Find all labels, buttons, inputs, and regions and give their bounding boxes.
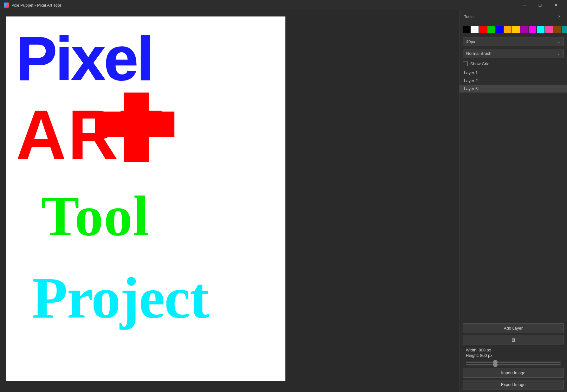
layer-item[interactable]: Layer 1 xyxy=(459,69,567,77)
size-dropdown[interactable]: 40px ⌄ xyxy=(463,37,564,46)
brush-dropdown-container: Normal Brush ⌄ xyxy=(459,48,567,59)
color-swatch-hot-pink[interactable] xyxy=(545,26,553,33)
canvas-area: Pixel ART Tool Project xyxy=(0,10,459,392)
svg-text:Tool: Tool xyxy=(41,184,150,247)
show-grid-label: Show Grid xyxy=(470,61,490,66)
show-grid-row: Show Grid xyxy=(459,59,567,68)
color-swatch-purple[interactable] xyxy=(520,26,528,33)
app-icon xyxy=(4,3,9,8)
svg-rect-3 xyxy=(95,112,174,137)
color-swatch-red[interactable] xyxy=(479,26,487,33)
add-layer-button[interactable]: Add Layer xyxy=(463,323,564,333)
main-content: Pixel ART Tool Project Tools × xyxy=(0,10,567,392)
window-controls: ─ □ ✕ xyxy=(517,0,563,10)
color-swatch-black[interactable] xyxy=(463,26,470,33)
app-title: PixelPuppet - Pixel Art Tool xyxy=(11,3,61,8)
brush-dropdown-arrow: ⌄ xyxy=(557,51,560,56)
height-slider[interactable] xyxy=(466,364,561,365)
layers-list: Layer 1Layer 2Layer 3 xyxy=(459,68,567,321)
color-swatch-brown[interactable] xyxy=(553,26,561,33)
export-image-button[interactable]: Export Image xyxy=(463,380,564,389)
size-dropdown-arrow: ⌄ xyxy=(557,40,560,44)
svg-text:Pixel: Pixel xyxy=(16,24,152,93)
brush-dropdown-value: Normal Brush xyxy=(466,51,491,56)
size-dropdown-value: 40px xyxy=(466,39,475,44)
height-label: Height: 800 px xyxy=(466,353,561,358)
close-button[interactable]: ✕ xyxy=(549,0,563,10)
size-dropdown-container: 40px ⌄ xyxy=(459,36,567,48)
maximize-button[interactable]: □ xyxy=(533,0,547,10)
width-label: Width: 800 px xyxy=(466,348,561,352)
color-swatch-lime[interactable] xyxy=(487,26,495,33)
color-swatch-teal[interactable] xyxy=(562,26,567,33)
color-swatch-blue[interactable] xyxy=(496,26,503,33)
dimension-info: Width: 800 px Height: 800 px xyxy=(463,346,564,359)
layer-item[interactable]: Layer 3 xyxy=(459,85,567,93)
show-grid-checkbox[interactable] xyxy=(463,61,468,66)
svg-text:Project: Project xyxy=(32,265,209,330)
color-swatch-gold[interactable] xyxy=(512,26,520,33)
color-swatch-cyan[interactable] xyxy=(537,26,544,33)
color-palette xyxy=(459,23,567,36)
delete-layer-button[interactable]: 🗑 xyxy=(463,335,564,344)
height-slider-row xyxy=(466,364,561,365)
color-swatch-magenta[interactable] xyxy=(529,26,536,33)
minimize-button[interactable]: ─ xyxy=(517,0,531,10)
title-bar: PixelPuppet - Pixel Art Tool ─ □ ✕ xyxy=(0,0,567,10)
slider-container xyxy=(463,361,564,366)
artwork-svg: Pixel ART Tool Project xyxy=(6,16,285,381)
tools-title: Tools xyxy=(464,14,473,19)
brush-dropdown[interactable]: Normal Brush ⌄ xyxy=(463,49,564,58)
trash-icon: 🗑 xyxy=(511,337,516,342)
tools-bottom: Add Layer 🗑 Width: 800 px Height: 800 px… xyxy=(459,321,567,392)
title-bar-left: PixelPuppet - Pixel Art Tool xyxy=(4,3,61,8)
tools-header: Tools × xyxy=(459,10,567,23)
color-swatch-yellow-orange[interactable] xyxy=(504,26,512,33)
pixel-canvas[interactable]: Pixel ART Tool Project xyxy=(6,16,285,381)
layer-item[interactable]: Layer 2 xyxy=(459,77,567,85)
color-swatch-white[interactable] xyxy=(471,26,479,33)
tools-panel: Tools × 40px ⌄ Normal Brush ⌄ Show Grid xyxy=(459,10,567,392)
import-image-button[interactable]: Import Image xyxy=(463,368,564,378)
tools-close-button[interactable]: × xyxy=(556,13,563,20)
